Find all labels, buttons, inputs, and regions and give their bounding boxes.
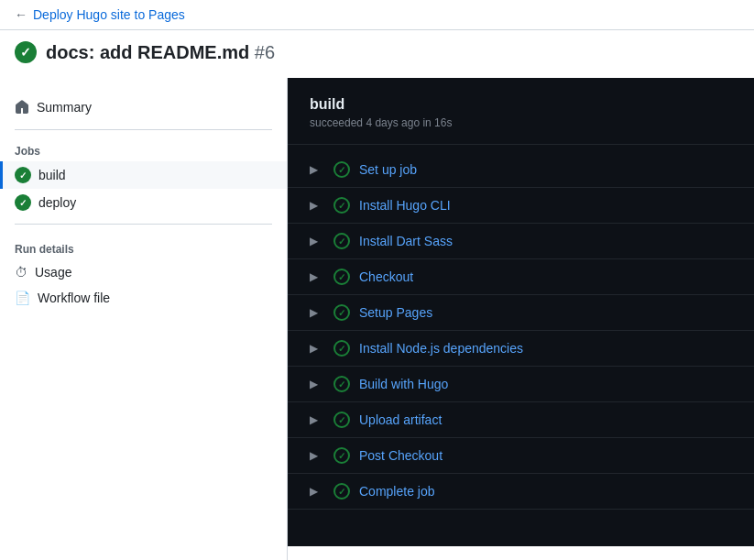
step-success-icon [333,376,350,392]
step-set-up-job[interactable]: ▶ Set up job [288,152,754,188]
top-bar: ← Deploy Hugo site to Pages [0,0,754,30]
step-success-icon [333,269,350,285]
step-label: Upload artifact [359,412,442,427]
step-label: Complete job [359,484,435,499]
jobs-section-label: Jobs [0,137,287,161]
sidebar-item-workflow-file[interactable]: 📄 Workflow file [0,285,287,311]
step-success-icon [333,197,350,214]
step-install-hugo-cli[interactable]: ▶ Install Hugo CLI [288,188,754,224]
step-label: Setup Pages [359,305,432,320]
step-setup-pages[interactable]: ▶ Setup Pages [288,295,754,331]
deploy-status-icon [15,194,31,211]
step-upload-artifact[interactable]: ▶ Upload artifact [288,402,754,438]
step-label: Post Checkout [359,448,443,463]
build-panel-header: build succeeded 4 days ago in 16s [288,78,754,145]
main-content: build succeeded 4 days ago in 16s ▶ Set … [288,78,754,560]
sidebar: Summary Jobs build deploy Run details ⏱ … [0,78,288,560]
sidebar-item-deploy[interactable]: deploy [0,189,287,216]
divider-2 [15,224,272,225]
deploy-job-label: deploy [38,195,76,210]
chevron-icon: ▶ [310,270,324,283]
step-install-nodejs-deps[interactable]: ▶ Install Node.js dependencies [288,331,754,367]
sidebar-item-summary[interactable]: Summary [0,93,287,122]
main-layout: Summary Jobs build deploy Run details ⏱ … [0,78,754,560]
run-details-section-label: Run details [0,232,287,259]
chevron-icon: ▶ [310,163,324,176]
step-build-with-hugo[interactable]: ▶ Build with Hugo [288,367,754,402]
file-icon: 📄 [15,291,30,305]
build-panel-title: build [310,96,732,113]
sidebar-item-usage[interactable]: ⏱ Usage [0,259,287,285]
clock-icon: ⏱ [15,265,27,280]
workflow-file-label: Workflow file [38,291,110,305]
step-success-icon [333,447,350,464]
run-title: docs: add README.md #6 [46,42,275,63]
step-label: Install Dart Sass [359,234,453,248]
chevron-icon: ▶ [310,199,324,212]
step-checkout[interactable]: ▶ Checkout [288,259,754,295]
chevron-icon: ▶ [310,306,324,319]
chevron-icon: ▶ [310,378,324,390]
house-icon [15,100,29,115]
step-label: Install Hugo CLI [359,198,451,213]
step-success-icon [333,233,350,249]
step-label: Checkout [359,269,413,284]
summary-label: Summary [37,100,92,115]
build-steps-list: ▶ Set up job ▶ Install Hugo CLI ▶ Instal… [288,145,754,517]
usage-label: Usage [35,265,71,280]
chevron-icon: ▶ [310,342,324,355]
run-number: #6 [255,42,275,62]
sidebar-item-build[interactable]: build [0,161,287,189]
build-status-icon [15,167,31,183]
back-link[interactable]: Deploy Hugo site to Pages [33,7,185,22]
step-label: Set up job [359,162,417,177]
chevron-icon: ▶ [310,449,324,462]
step-complete-job[interactable]: ▶ Complete job [288,474,754,510]
chevron-icon: ▶ [310,413,324,426]
run-status-icon [15,41,37,63]
chevron-icon: ▶ [310,485,324,498]
step-success-icon [333,483,350,500]
chevron-icon: ▶ [310,235,324,247]
step-post-checkout[interactable]: ▶ Post Checkout [288,438,754,474]
step-label: Build with Hugo [359,377,448,391]
run-header: docs: add README.md #6 [0,30,754,78]
step-install-dart-sass[interactable]: ▶ Install Dart Sass [288,224,754,259]
back-arrow-icon: ← [15,7,27,22]
divider-1 [15,129,272,130]
build-job-label: build [38,168,66,182]
step-success-icon [333,304,350,321]
step-success-icon [333,340,350,357]
step-success-icon [333,161,350,178]
step-label: Install Node.js dependencies [359,341,523,356]
build-panel-meta: succeeded 4 days ago in 16s [310,116,732,129]
step-success-icon [333,412,350,428]
build-panel: build succeeded 4 days ago in 16s ▶ Set … [288,78,754,546]
